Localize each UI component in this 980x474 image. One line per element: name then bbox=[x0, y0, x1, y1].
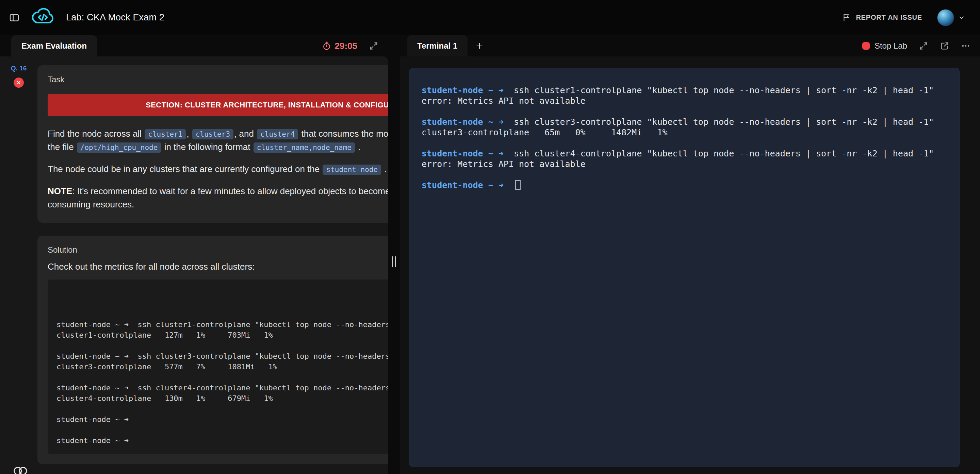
terminal-prompt-arrow: ➜ bbox=[498, 86, 504, 95]
ellipsis-icon bbox=[961, 41, 970, 51]
terminal-prompt-user: student-node bbox=[422, 86, 483, 95]
code-line: cluster1-controlplane 127m 1% 703Mi 1% bbox=[56, 330, 388, 340]
left-panel-content: Q. 16 Task SECT bbox=[0, 56, 388, 474]
task-card-header[interactable]: Task bbox=[37, 65, 388, 91]
stop-square-icon bbox=[862, 42, 870, 50]
exam-timer: 29:05 bbox=[322, 41, 358, 51]
terminal-output-line: error: Metrics API not available bbox=[422, 95, 947, 106]
solution-card: Solution Check out the metrics for all n… bbox=[37, 236, 388, 464]
code-line bbox=[56, 372, 388, 382]
timer-value: 29:05 bbox=[335, 41, 358, 51]
avatar bbox=[937, 9, 954, 26]
terminal-command-text: ssh cluster4-controlplane "kubectl top n… bbox=[514, 149, 934, 159]
open-in-new-window-button[interactable] bbox=[940, 41, 950, 51]
terminal-prompt-path: ~ bbox=[488, 117, 493, 127]
sidebar-toggle-button[interactable] bbox=[9, 12, 20, 23]
stop-lab-button[interactable]: Stop Lab bbox=[862, 41, 907, 51]
task-paragraph: Find the node across all cluster1, clust… bbox=[48, 127, 388, 154]
logo-cloud-code-icon bbox=[29, 6, 57, 29]
expand-terminal-button[interactable] bbox=[919, 41, 928, 51]
topbar-left: Lab: CKA Mock Exam 2 bbox=[9, 6, 164, 29]
code-line: student-node ~ ➜ ssh cluster4-controlpla… bbox=[56, 382, 388, 393]
text-run: . bbox=[382, 164, 387, 174]
report-issue-label: REPORT AN ISSUE bbox=[856, 14, 922, 21]
open-in-new-icon bbox=[940, 41, 950, 51]
inline-code-chip: /opt/high_cpu_node bbox=[77, 143, 161, 153]
new-terminal-button[interactable] bbox=[468, 35, 492, 56]
text-run: . bbox=[356, 142, 360, 152]
left-tabstrip: Exam Evaluation 29:05 bbox=[0, 35, 388, 56]
terminal-prompt-user: student-node bbox=[422, 117, 483, 127]
terminal-blank-line bbox=[422, 138, 947, 148]
inline-code-chip: cluster3 bbox=[192, 129, 234, 140]
question-status-failed-badge[interactable] bbox=[14, 78, 24, 88]
panel-resize-divider[interactable] bbox=[388, 35, 400, 474]
terminal-blank-line bbox=[422, 106, 947, 117]
terminal-prompt-arrow: ➜ bbox=[498, 117, 504, 127]
terminal-window[interactable]: student-node ~ ➜ ssh cluster1-controlpla… bbox=[409, 68, 959, 467]
terminal-prompt-arrow: ➜ bbox=[498, 180, 504, 190]
inline-code-chip: cluster1 bbox=[145, 129, 186, 140]
code-line: student-node ~ ➜ ssh cluster1-controlpla… bbox=[56, 319, 388, 330]
report-issue-button[interactable]: REPORT AN ISSUE bbox=[842, 13, 922, 22]
question-rail: Q. 16 bbox=[0, 56, 37, 474]
resize-handle-icon[interactable] bbox=[392, 256, 396, 267]
right-strip-controls: Stop Lab bbox=[862, 35, 970, 56]
topbar: Lab: CKA Mock Exam 2 REPORT AN ISSUE bbox=[0, 0, 980, 35]
expand-icon bbox=[919, 41, 928, 51]
solution-code-block: student-node ~ ➜ ssh cluster1-controlpla… bbox=[48, 279, 388, 454]
terminal-prompt-user: student-node bbox=[422, 149, 483, 159]
terminal-menu-button[interactable] bbox=[961, 41, 970, 51]
stop-lab-label: Stop Lab bbox=[875, 41, 907, 51]
terminal-command-line: student-node ~ ➜ ssh cluster3-controlpla… bbox=[422, 117, 947, 127]
stopwatch-icon bbox=[322, 41, 331, 51]
cards-column: Task SECTION: CLUSTER ARCHITECTURE, INST… bbox=[37, 65, 388, 474]
expand-left-panel-button[interactable] bbox=[369, 41, 379, 51]
code-line bbox=[56, 340, 388, 351]
terminal-blank-line bbox=[422, 169, 947, 180]
task-paragraph: The node could be in any clusters that a… bbox=[48, 163, 388, 176]
terminal-output-line: error: Metrics API not available bbox=[422, 159, 947, 169]
bold-text: NOTE bbox=[48, 186, 72, 196]
text-run: : It's recommended to wait for a few min… bbox=[48, 186, 388, 209]
terminal-prompt-arrow: ➜ bbox=[498, 149, 504, 159]
section-banner: SECTION: CLUSTER ARCHITECTURE, INSTALLAT… bbox=[48, 94, 388, 116]
left-strip-controls: 29:05 bbox=[322, 35, 379, 56]
terminal-output-line: cluster3-controlplane 65m 0% 1482Mi 1% bbox=[422, 127, 947, 138]
code-line: cluster3-controlplane 577m 7% 1081Mi 1% bbox=[56, 361, 388, 372]
code-line bbox=[56, 404, 388, 414]
question-number-label: Q. 16 bbox=[11, 65, 27, 72]
tab-exam-evaluation[interactable]: Exam Evaluation bbox=[11, 35, 97, 56]
code-line: student-node ~ ➜ ssh cluster3-controlpla… bbox=[56, 351, 388, 361]
terminal-prompt-path: ~ bbox=[488, 180, 493, 190]
terminal-prompt-path: ~ bbox=[488, 149, 493, 159]
page-title: Lab: CKA Mock Exam 2 bbox=[66, 12, 164, 23]
terminal-panel-content: student-node ~ ➜ ssh cluster1-controlpla… bbox=[400, 56, 980, 474]
text-run: in the following format bbox=[162, 142, 253, 152]
plus-icon bbox=[475, 41, 484, 50]
user-menu-button[interactable] bbox=[937, 9, 965, 26]
terminal-command-line: student-node ~ ➜ bbox=[422, 180, 947, 190]
tab-terminal-1[interactable]: Terminal 1 bbox=[407, 35, 468, 56]
infinity-logo-icon bbox=[13, 466, 28, 474]
terminal-cursor bbox=[515, 180, 520, 190]
sidebar-toggle-icon bbox=[9, 12, 20, 23]
inline-code-chip: student-node bbox=[323, 165, 381, 175]
chevron-down-icon bbox=[958, 14, 965, 21]
topbar-right: REPORT AN ISSUE bbox=[842, 9, 965, 26]
close-icon bbox=[16, 80, 21, 86]
text-run: , bbox=[186, 128, 191, 139]
terminal-command-text: ssh cluster3-controlplane "kubectl top n… bbox=[514, 117, 934, 127]
task-card-title: Task bbox=[48, 75, 64, 84]
terminal-prompt-path: ~ bbox=[488, 86, 493, 95]
code-line: student-node ~ ➜ bbox=[56, 414, 388, 425]
main-split: Exam Evaluation 29:05 bbox=[0, 35, 980, 474]
terminal-command-line: student-node ~ ➜ ssh cluster1-controlpla… bbox=[422, 85, 947, 95]
solution-card-header[interactable]: Solution bbox=[37, 236, 388, 262]
flag-icon bbox=[842, 13, 851, 22]
terminal-tabstrip: Terminal 1 Stop Lab bbox=[400, 35, 980, 56]
task-paragraph: NOTE: It's recommended to wait for a few… bbox=[48, 185, 388, 211]
terminal-command-text: ssh cluster1-controlplane "kubectl top n… bbox=[514, 86, 934, 95]
code-line bbox=[56, 425, 388, 435]
terminal-command-line: student-node ~ ➜ ssh cluster4-controlpla… bbox=[422, 148, 947, 159]
